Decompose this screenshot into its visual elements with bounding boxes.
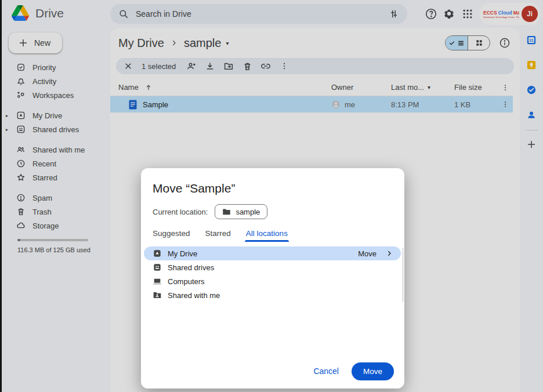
location-row-computers[interactable]: Computers — [144, 274, 401, 288]
current-location-chip[interactable]: sample — [215, 204, 267, 219]
shared-drives-icon — [153, 263, 162, 272]
dialog-title: Move “Sample” — [153, 182, 393, 195]
tab-starred[interactable]: Starred — [205, 229, 231, 242]
location-list: My Drive Move Shared drives Compute — [144, 246, 401, 302]
cancel-button[interactable]: Cancel — [304, 362, 348, 380]
location-row-my-drive[interactable]: My Drive Move — [144, 246, 401, 260]
tab-all-locations[interactable]: All locations — [246, 229, 288, 242]
chevron-right-icon[interactable] — [385, 249, 393, 257]
move-dialog: Move “Sample” Current location: sample S… — [141, 168, 404, 389]
my-drive-icon — [153, 249, 162, 258]
computer-icon — [153, 277, 162, 286]
google-drive-window: Drive ECCSCloudMail Informatio — [0, 0, 543, 392]
tab-suggested[interactable]: Suggested — [153, 229, 190, 242]
folder-icon — [222, 208, 231, 216]
move-button[interactable]: Move — [352, 362, 394, 380]
move-here-label[interactable]: Move — [358, 249, 377, 258]
location-row-shared-with-me[interactable]: Shared with me — [144, 288, 401, 302]
scrollbar[interactable] — [402, 248, 404, 302]
location-row-shared-drives[interactable]: Shared drives — [144, 260, 401, 274]
dialog-tabs: Suggested Starred All locations — [153, 229, 393, 242]
shared-folder-icon — [153, 291, 162, 300]
current-location-label: Current location: — [153, 208, 208, 216]
